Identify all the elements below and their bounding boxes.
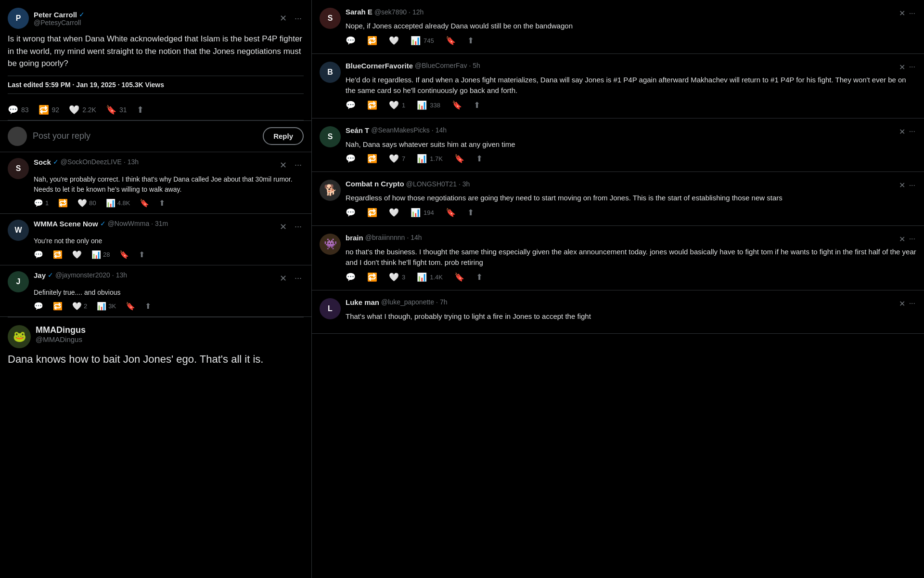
reply-more-button[interactable]: ··· <box>908 234 916 244</box>
reply-views-action[interactable]: 📊 338 <box>417 100 440 110</box>
reply-button[interactable]: Reply <box>263 127 304 145</box>
reply-share-action[interactable]: ⬆ <box>476 272 483 282</box>
views-icon: 📊 <box>106 198 116 208</box>
reply-action-bar: 💬 🔁 🤍 3 📊 1.4K 🔖 <box>346 272 916 282</box>
comment-retweet-action[interactable]: 🔁 <box>58 198 68 208</box>
comment-like-action[interactable]: 🤍 2 <box>72 302 87 311</box>
reply-x-button[interactable]: ✕ <box>898 298 906 309</box>
reply-like-action[interactable]: 🤍 1 <box>389 100 405 110</box>
reply-icon: 💬 <box>34 302 43 311</box>
share-icon: ⬆ <box>145 302 151 311</box>
reply-bookmark-action[interactable]: 🔖 <box>452 100 462 110</box>
reply-more-button[interactable]: ··· <box>908 298 916 309</box>
reply-time: 14h <box>436 126 447 134</box>
reply-like-action[interactable]: 🤍 3 <box>389 272 405 282</box>
reply-retweet-action[interactable]: 🔁 <box>367 208 377 218</box>
likes-count: 2.2K <box>82 106 96 114</box>
comment-like-action[interactable]: 🤍 80 <box>77 198 96 208</box>
comment-share-action[interactable]: ⬆ <box>159 198 165 208</box>
reply-x-button[interactable]: ✕ <box>898 126 906 137</box>
reply-comment-action[interactable]: 💬 <box>346 154 356 164</box>
comment-share-action[interactable]: ⬆ <box>145 302 151 311</box>
like-icon: 🤍 <box>77 198 87 208</box>
reply-share-action[interactable]: ⬆ <box>476 154 483 164</box>
reply-more-button[interactable]: ··· <box>908 8 916 19</box>
like-icon: 🤍 <box>389 154 399 164</box>
retweet-icon: 🔁 <box>58 198 68 208</box>
tweet-meta: Last edited 5:59 PM · Jan 19, 2025 · 105… <box>8 76 304 94</box>
reply-like-action[interactable]: 🤍 <box>389 208 399 218</box>
comment-more-button[interactable]: ··· <box>293 220 304 234</box>
reply-name-row: brain @braiiinnnnn · 14h <box>346 234 422 242</box>
reply-share-action[interactable]: ⬆ <box>467 36 474 46</box>
reply-author-block: S Seán T @SeanMakesPicks · 14h ✕ ··· Nah… <box>320 126 916 164</box>
reply-comment-action[interactable]: 💬 <box>346 36 356 46</box>
comment-bookmark-action[interactable]: 🔖 <box>119 250 129 259</box>
comment-more-button[interactable]: ··· <box>293 158 304 172</box>
reply-x-button[interactable]: ✕ <box>898 62 906 73</box>
reply-retweet-action[interactable]: 🔁 <box>367 36 377 46</box>
reply-bookmark-action[interactable]: 🔖 <box>454 272 464 282</box>
x-logo-button[interactable]: ✕ <box>278 11 289 26</box>
reply-like-action[interactable]: 🤍 <box>389 36 399 46</box>
comment-more-button[interactable]: ··· <box>293 271 304 285</box>
comment-handle: @NowWmma <box>108 220 150 227</box>
more-options-button[interactable]: ··· <box>293 12 304 26</box>
comment-retweet-action[interactable]: 🔁 <box>53 250 63 259</box>
comment-item: J Jay ✓ @jaymonster2020 · 13h ✕ ··· Defi… <box>0 265 311 317</box>
reply-more-button[interactable]: ··· <box>908 62 916 72</box>
comment-retweet-action[interactable]: 🔁 <box>53 302 63 311</box>
comment-views-action[interactable]: 📊 3K <box>97 302 116 311</box>
reply-views-action[interactable]: 📊 194 <box>411 208 434 218</box>
tweet-content: Is it wrong that when Dana White acknowl… <box>8 33 304 70</box>
reply-content-block: Seán T @SeanMakesPicks · 14h ✕ ··· Nah, … <box>346 126 916 164</box>
comment-reply-action[interactable]: 💬 1 <box>34 198 49 208</box>
retweet-icon: 🔁 <box>367 100 377 110</box>
reply-comment-action[interactable]: 💬 <box>346 272 356 282</box>
comment-views-action[interactable]: 📊 4.8K <box>106 198 130 208</box>
reply-avatar: S <box>320 126 341 147</box>
comment-bookmark-action[interactable]: 🔖 <box>140 198 149 208</box>
comment-x-button[interactable]: ✕ <box>278 220 289 234</box>
reply-x-button[interactable]: ✕ <box>898 180 906 191</box>
reply-more-button[interactable]: ··· <box>908 180 916 191</box>
reply-comment-action[interactable]: 💬 <box>346 100 356 110</box>
comment-like-action[interactable]: 🤍 <box>72 250 82 259</box>
reply-retweet-action[interactable]: 🔁 <box>367 100 377 110</box>
like-count: 3 <box>402 274 405 281</box>
reply-placeholder[interactable]: Post your reply <box>33 131 257 141</box>
comment-avatar: S <box>8 158 29 179</box>
reply-time: 14h <box>411 234 422 241</box>
reply-share-action[interactable]: ⬆ <box>474 100 480 110</box>
reply-share-action[interactable]: ⬆ <box>467 208 474 218</box>
comment-bookmark-action[interactable]: 🔖 <box>126 302 135 311</box>
comment-actions: 💬 🔁 🤍 2 📊 3K 🔖 <box>34 302 304 311</box>
bookmark-icon: 🔖 <box>446 36 456 46</box>
reply-x-button[interactable]: ✕ <box>898 234 906 245</box>
comment-reply-action[interactable]: 💬 <box>34 302 43 311</box>
reply-more-button[interactable]: ··· <box>908 126 916 137</box>
comment-icon: 💬 <box>346 36 356 46</box>
reply-views-action[interactable]: 📊 1.4K <box>417 272 443 282</box>
likes-stat: 🤍 2.2K <box>69 105 96 115</box>
reply-views-action[interactable]: 📊 1.7K <box>417 154 443 164</box>
comment-x-button[interactable]: ✕ <box>278 271 289 286</box>
reply-like-action[interactable]: 🤍 7 <box>389 154 405 164</box>
comment-share-action[interactable]: ⬆ <box>139 250 145 259</box>
comment-views-action[interactable]: 📊 28 <box>91 250 110 259</box>
share-icon: ⬆ <box>159 198 165 208</box>
reply-views-action[interactable]: 📊 745 <box>411 36 434 46</box>
reply-retweet-action[interactable]: 🔁 <box>367 272 377 282</box>
reply-comment-action[interactable]: 💬 <box>346 208 356 218</box>
comment-reply-action[interactable]: 💬 <box>34 250 43 259</box>
comment-x-button[interactable]: ✕ <box>278 158 289 172</box>
reply-retweet-action[interactable]: 🔁 <box>367 154 377 164</box>
comment-item: W WMMA Scene Now ✓ @NowWmma · 31m ✕ ··· … <box>0 214 311 265</box>
reply-bookmark-action[interactable]: 🔖 <box>446 36 456 46</box>
reply-x-button[interactable]: ✕ <box>898 8 906 19</box>
views-count: 745 <box>424 37 434 44</box>
reply-bookmark-action[interactable]: 🔖 <box>446 208 456 218</box>
reply-bookmark-action[interactable]: 🔖 <box>454 154 464 164</box>
reply-action-bar: 💬 🔁 🤍 📊 194 🔖 <box>346 208 916 218</box>
reply-handle: @BlueCornerFav <box>415 62 467 69</box>
